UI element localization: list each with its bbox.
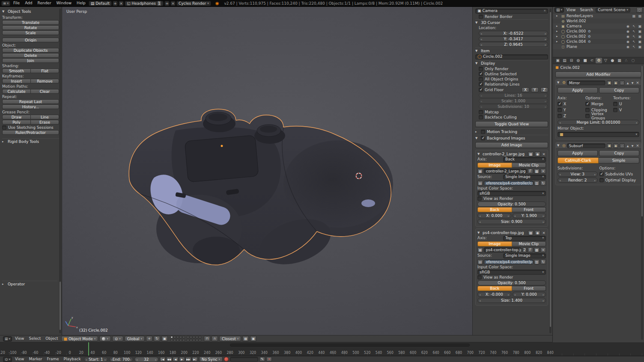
expand-icon[interactable]: ▸: [556, 30, 560, 33]
simple-button[interactable]: Simple: [599, 157, 639, 163]
editor-type-icon[interactable]: ≡▾: [1, 1, 10, 6]
menu-frame[interactable]: Frame: [45, 356, 61, 362]
layer-cell[interactable]: [179, 336, 182, 338]
current-frame-field[interactable]: 32: [134, 357, 158, 362]
render-border-checkbox[interactable]: Render Border: [479, 14, 548, 19]
cursor-panel-header[interactable]: ▼3D Cursor: [475, 19, 548, 26]
size-field[interactable]: Size: 1.400: [477, 298, 546, 303]
collapse-icon[interactable]: ▼: [477, 231, 481, 234]
cursor-z-field[interactable]: Z: 0.9645: [479, 42, 548, 47]
cam-toggle-icon[interactable]: ▣: [638, 30, 642, 33]
jump-to-start-button[interactable]: |◀: [160, 357, 166, 362]
copy-button[interactable]: Copy: [599, 87, 639, 93]
image-name-field[interactable]: ps4-controller-top.jpg: [484, 247, 522, 252]
outliner-menu-view[interactable]: View: [565, 7, 577, 13]
screen-layout-selector[interactable]: ▤ Default: [89, 1, 112, 6]
pointer-toggle-icon[interactable]: ↖: [632, 30, 636, 33]
eye-icon[interactable]: ◉: [535, 151, 540, 157]
scene-users-count[interactable]: 1: [157, 1, 161, 6]
close-layout-button[interactable]: ×: [119, 1, 124, 6]
snap-target-dropdown[interactable]: Closest▾: [219, 336, 241, 341]
add-modifier-dropdown[interactable]: Add Modifier: [555, 71, 641, 77]
tool-button-scale[interactable]: Scale: [2, 30, 59, 35]
expand-icon[interactable]: ▸: [556, 14, 560, 18]
delete-modifier-icon[interactable]: ×: [635, 143, 640, 148]
edit-mode-icon[interactable]: △: [620, 80, 625, 85]
tool-button-duplicate-objects[interactable]: Duplicate Objects: [2, 48, 59, 53]
motion-tracking-checkbox[interactable]: [481, 130, 485, 134]
display-panel-header[interactable]: ▼Display: [475, 60, 548, 66]
add-scene-button[interactable]: +: [164, 1, 170, 6]
shading-dropdown[interactable]: ▾: [99, 336, 111, 341]
copy-button[interactable]: Copy: [599, 150, 639, 156]
expand-icon[interactable]: ▸: [556, 35, 560, 38]
eye-toggle-icon[interactable]: ◉: [626, 35, 630, 39]
pointer-toggle-icon[interactable]: ↖: [632, 35, 636, 39]
front-button[interactable]: Front: [512, 286, 546, 291]
eye-toggle-icon[interactable]: ◉: [626, 24, 630, 28]
motion-tracking-panel-header[interactable]: ▸ Motion Tracking: [475, 128, 548, 135]
auto-keyframe-record-button[interactable]: [224, 357, 229, 362]
pack-icon[interactable]: ▩: [534, 247, 540, 252]
tool-button-repeat-last[interactable]: Repeat Last: [2, 99, 59, 104]
tool-button-calculate[interactable]: Calculate: [2, 89, 31, 94]
cam-toggle-icon[interactable]: ▣: [638, 40, 642, 44]
layer-cell[interactable]: [190, 336, 192, 338]
current-frame-line[interactable]: [88, 342, 89, 356]
remove-image-icon[interactable]: ×: [542, 152, 546, 156]
camera-field[interactable]: ▣ Camera ×: [475, 9, 548, 14]
editor-type-icon[interactable]: ⊙▾: [3, 357, 12, 362]
texture-v-checkbox[interactable]: V: [613, 107, 639, 113]
cam-toggle-icon[interactable]: ▣: [638, 35, 642, 39]
tab-material[interactable]: ●: [609, 58, 616, 63]
expand-icon[interactable]: ▸: [556, 40, 560, 43]
grid-y-button[interactable]: Y: [531, 87, 539, 92]
delete-modifier-icon[interactable]: ×: [635, 80, 640, 85]
manipulator-scale-icon[interactable]: ▣: [161, 336, 168, 341]
outliner-item-renderlayers[interactable]: ▸▤RenderLayers▦▦: [553, 13, 644, 18]
layer-cell[interactable]: [170, 336, 173, 338]
reload-icon[interactable]: ↻: [540, 181, 546, 186]
tab-texture[interactable]: ▦: [616, 58, 623, 63]
image-icon[interactable]: ▦: [528, 151, 534, 157]
reload-icon[interactable]: ↻: [540, 259, 546, 264]
snap-magnet-icon[interactable]: ∩: [212, 336, 218, 341]
remove-image-icon[interactable]: ×: [542, 231, 546, 235]
tool-button-translate[interactable]: Translate: [2, 20, 59, 25]
view-as-render-checkbox[interactable]: View as Render: [477, 196, 546, 201]
collapse-icon[interactable]: ▼: [557, 144, 561, 147]
back-button[interactable]: Back: [477, 286, 512, 291]
tool-button-smooth[interactable]: Smooth: [2, 68, 31, 73]
tool-button-rotate[interactable]: Rotate: [2, 25, 59, 30]
tab-modifiers[interactable]: ⚙: [596, 58, 602, 63]
layer-cell[interactable]: [182, 336, 185, 338]
layer-cell[interactable]: [179, 339, 182, 341]
add-image-button[interactable]: Add Image: [475, 142, 548, 148]
layer-cell[interactable]: [176, 339, 179, 341]
texture-u-checkbox[interactable]: U: [613, 101, 639, 107]
matcap-checkbox[interactable]: Matcap: [479, 110, 548, 115]
menu-view[interactable]: View: [13, 356, 26, 362]
layer-cell[interactable]: [196, 336, 198, 338]
fake-user-button[interactable]: F: [528, 169, 533, 174]
image-tab[interactable]: Image: [477, 163, 512, 168]
item-name-field[interactable]: ◯ Circle.002: [475, 54, 548, 59]
mode-dropdown[interactable]: ■ Object Mode ▾: [61, 336, 98, 341]
axis-y-checkbox[interactable]: Y: [558, 107, 584, 113]
file-path-field[interactable]: eference/ps4-controller/controller-2_Lar…: [484, 181, 533, 186]
prev-keyframe-button[interactable]: ◀◀: [166, 357, 172, 362]
scene-selector[interactable]: ◱ Headphones 1: [125, 1, 164, 6]
background-images-checkbox[interactable]: [481, 136, 485, 140]
close-scene-button[interactable]: ×: [170, 1, 176, 6]
viewport-visibility-icon[interactable]: ◉: [613, 80, 618, 85]
outliner-display-mode-dropdown[interactable]: Current Scene▾: [596, 8, 630, 12]
grid-z-button[interactable]: Z: [540, 87, 548, 92]
grid-scale-field[interactable]: Scale: 1.000: [479, 98, 548, 104]
mirror-object-field[interactable]: ■▾: [558, 132, 639, 137]
layer-cell[interactable]: [173, 339, 176, 341]
image-tab[interactable]: Image: [477, 241, 512, 246]
operator-panel-header[interactable]: ▸ Operator: [2, 281, 57, 287]
backface-culling-checkbox[interactable]: Backface Culling: [479, 115, 548, 120]
move-up-icon[interactable]: ▲: [626, 81, 629, 84]
menu-render[interactable]: Render: [36, 0, 54, 6]
